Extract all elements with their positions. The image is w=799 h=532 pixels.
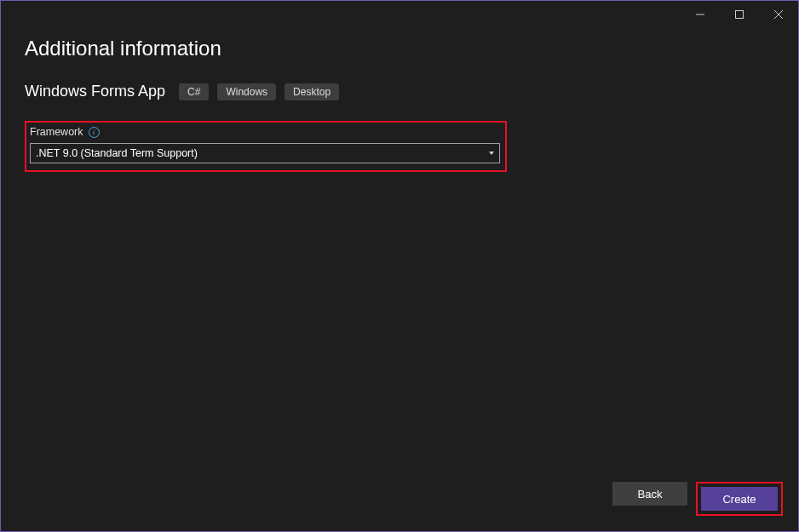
maximize-button[interactable] (720, 1, 759, 28)
tag-platform: Windows (217, 83, 276, 100)
create-highlight: Create (696, 482, 783, 516)
page-title: Additional information (25, 37, 774, 60)
tag-type: Desktop (285, 83, 339, 100)
titlebar (1, 1, 798, 28)
framework-dropdown[interactable]: .NET 9.0 (Standard Term Support) (30, 143, 500, 163)
footer-buttons: Back Create (612, 482, 783, 516)
chevron-down-icon (489, 152, 494, 155)
framework-label: Framework (30, 126, 83, 138)
subtitle-row: Windows Forms App C# Windows Desktop (25, 83, 774, 100)
content-area: Additional information Windows Forms App… (1, 28, 798, 172)
window-controls (681, 1, 798, 28)
back-button[interactable]: Back (612, 482, 687, 506)
info-icon[interactable]: i (89, 127, 100, 138)
framework-selected-value: .NET 9.0 (Standard Term Support) (36, 147, 198, 159)
create-button[interactable]: Create (701, 487, 778, 511)
framework-highlight: Framework i .NET 9.0 (Standard Term Supp… (25, 121, 507, 172)
framework-label-row: Framework i (26, 123, 500, 143)
close-button[interactable] (759, 1, 798, 28)
template-name: Windows Forms App (25, 83, 165, 100)
svg-rect-1 (736, 11, 744, 19)
minimize-button[interactable] (681, 1, 720, 28)
tag-language: C# (179, 83, 209, 100)
